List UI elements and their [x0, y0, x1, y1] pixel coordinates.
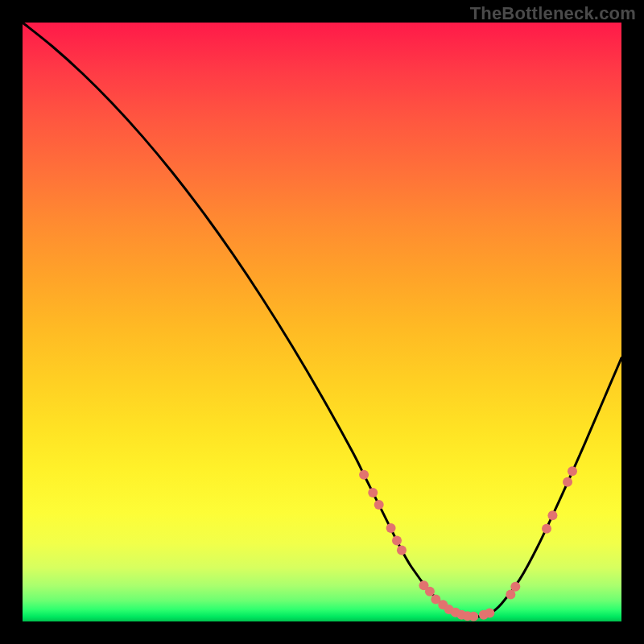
curve-marker	[397, 545, 407, 555]
curve-marker	[485, 609, 494, 618]
curve-marker	[425, 587, 435, 597]
curve-marker	[386, 523, 396, 533]
curve-marker	[542, 524, 551, 534]
bottleneck-curve	[23, 23, 621, 617]
curve-marker	[568, 466, 577, 476]
curve-marker	[392, 536, 402, 546]
curve-markers	[359, 466, 577, 621]
bottleneck-curve-svg	[23, 23, 621, 621]
curve-marker	[374, 500, 384, 510]
curve-marker	[563, 477, 572, 487]
curve-marker	[359, 470, 369, 480]
plot-area	[23, 23, 621, 621]
curve-marker	[547, 510, 557, 520]
curve-marker	[469, 612, 478, 621]
chart-frame: TheBottleneck.com	[0, 0, 644, 644]
watermark-text: TheBottleneck.com	[470, 3, 636, 24]
curve-marker	[510, 582, 520, 592]
curve-marker	[368, 488, 378, 497]
